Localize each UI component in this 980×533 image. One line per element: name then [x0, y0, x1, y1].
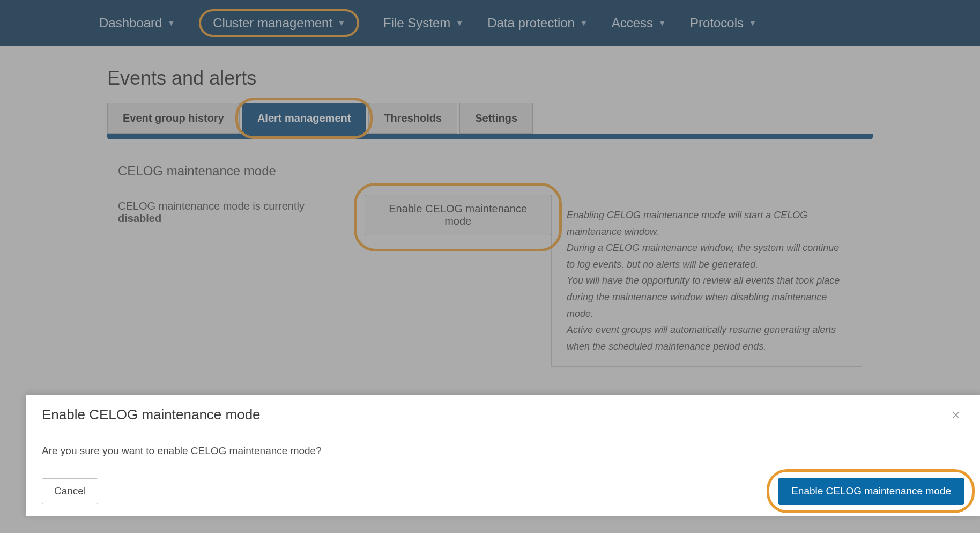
- modal-header: Enable CELOG maintenance mode ×: [26, 395, 980, 434]
- info-p3: You will have the opportunity to review …: [567, 272, 847, 322]
- tab-settings[interactable]: Settings: [459, 103, 533, 134]
- info-box: Enabling CELOG maintenance mode will sta…: [551, 195, 862, 367]
- nav-file-system[interactable]: File System ▼: [383, 16, 463, 31]
- caret-down-icon: ▼: [456, 19, 463, 27]
- info-p4: Active event groups will automatically r…: [567, 322, 847, 354]
- status-value: disabled: [118, 212, 161, 224]
- tabs: Event group history Alert management Thr…: [107, 103, 873, 134]
- tab-thresholds[interactable]: Thresholds: [368, 103, 457, 134]
- cancel-button[interactable]: Cancel: [42, 478, 98, 504]
- tabs-container: Event group history Alert management Thr…: [107, 103, 873, 139]
- tab-underline: [107, 134, 873, 139]
- tab-event-group-history[interactable]: Event group history: [107, 103, 240, 134]
- nav-access[interactable]: Access ▼: [612, 16, 666, 31]
- main-content: Events and alerts Event group history Al…: [0, 46, 980, 424]
- info-p1: Enabling CELOG maintenance mode will sta…: [567, 207, 847, 240]
- tab-alert-management[interactable]: Alert management: [242, 103, 367, 134]
- modal-close-button[interactable]: ×: [948, 408, 964, 423]
- enable-celog-modal: Enable CELOG maintenance mode × Are you …: [26, 395, 980, 516]
- nav-data-protection[interactable]: Data protection ▼: [487, 16, 588, 31]
- nav-access-label: Access: [612, 16, 653, 31]
- confirm-enable-button[interactable]: Enable CELOG maintenance mode: [778, 478, 964, 505]
- modal-footer: Cancel Enable CELOG maintenance mode: [26, 468, 980, 516]
- celog-section: CELOG maintenance mode CELOG maintenance…: [107, 139, 873, 367]
- page-title: Events and alerts: [107, 67, 873, 90]
- caret-down-icon: ▼: [658, 19, 666, 27]
- modal-body: Are you sure you want to enable CELOG ma…: [26, 434, 980, 468]
- nav-dashboard-label: Dashboard: [99, 16, 162, 31]
- caret-down-icon: ▼: [749, 19, 756, 27]
- nav-cluster-management[interactable]: Cluster management ▼: [199, 9, 359, 37]
- section-heading: CELOG maintenance mode: [118, 164, 862, 179]
- status-prefix: CELOG maintenance mode is currently: [118, 200, 305, 212]
- nav-protocols-label: Protocols: [690, 16, 744, 31]
- nav-protocols[interactable]: Protocols ▼: [690, 16, 756, 31]
- status-text: CELOG maintenance mode is currently disa…: [118, 195, 343, 225]
- nav-file-system-label: File System: [383, 16, 450, 31]
- caret-down-icon: ▼: [580, 19, 588, 27]
- status-row: CELOG maintenance mode is currently disa…: [118, 195, 551, 235]
- modal-title: Enable CELOG maintenance mode: [42, 406, 261, 423]
- caret-down-icon: ▼: [167, 19, 175, 27]
- nav-data-protection-label: Data protection: [487, 16, 575, 31]
- top-navbar: Dashboard ▼ Cluster management ▼ File Sy…: [0, 0, 980, 46]
- info-p2: During a CELOG maintenance window, the s…: [567, 240, 847, 272]
- enable-celog-button[interactable]: Enable CELOG maintenance mode: [365, 195, 551, 235]
- nav-cluster-management-label: Cluster management: [213, 16, 332, 31]
- caret-down-icon: ▼: [338, 19, 345, 27]
- nav-dashboard[interactable]: Dashboard ▼: [99, 16, 175, 31]
